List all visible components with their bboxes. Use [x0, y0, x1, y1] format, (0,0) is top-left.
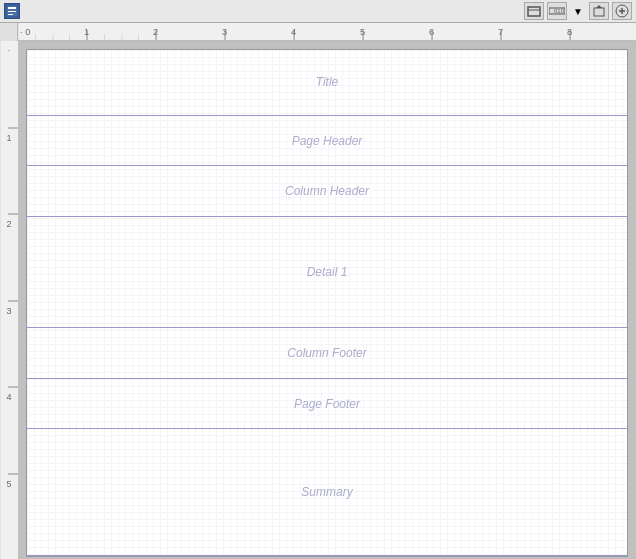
title-bar: 010 ▼	[0, 0, 636, 23]
svg-text:7: 7	[498, 28, 503, 38]
section-label-column-footer: Column Footer	[27, 346, 627, 360]
svg-text:5: 5	[360, 28, 365, 38]
toolbar-icons: 010 ▼	[524, 2, 632, 20]
canvas-area: TitlePage HeaderColumn HeaderDetail 1Col…	[18, 41, 636, 559]
ruler-icon[interactable]: 010	[547, 2, 567, 20]
ruler-horizontal: · 0 1 2 3 4 5 6 7 8	[18, 23, 636, 40]
main-area: · 1 2 3 4 5 6 TitlePage HeaderColumn Hea…	[0, 41, 636, 559]
svg-text:4: 4	[291, 28, 296, 38]
svg-rect-2	[8, 11, 16, 12]
export-icon[interactable]	[589, 2, 609, 20]
horizontal-ruler: · 0 1 2 3 4 5 6 7 8	[0, 23, 636, 41]
svg-rect-8	[594, 8, 604, 16]
section-label-detail-1: Detail 1	[27, 265, 627, 279]
grid-background: TitlePage HeaderColumn HeaderDetail 1Col…	[27, 50, 627, 556]
ruler-corner	[0, 23, 18, 41]
svg-rect-4	[528, 7, 540, 16]
section-label-page-header: Page Header	[27, 134, 627, 148]
section-detail-1[interactable]: Detail 1	[27, 217, 627, 328]
svg-rect-13	[18, 23, 636, 40]
add-icon[interactable]	[612, 2, 632, 20]
section-summary[interactable]: Summary	[27, 430, 627, 557]
vertical-ruler: · 1 2 3 4 5 6	[0, 41, 18, 559]
svg-marker-9	[596, 5, 602, 8]
svg-rect-1	[8, 7, 16, 9]
svg-text:010: 010	[554, 8, 565, 14]
svg-text:6: 6	[429, 28, 434, 38]
window-icon[interactable]	[524, 2, 544, 20]
svg-text:8: 8	[567, 28, 572, 38]
section-column-header[interactable]: Column Header	[27, 166, 627, 217]
section-label-summary: Summary	[27, 485, 627, 499]
svg-text:4: 4	[6, 392, 11, 402]
svg-text:3: 3	[222, 28, 227, 38]
section-label-page-footer: Page Footer	[27, 397, 627, 411]
app-icon	[4, 3, 20, 19]
section-page-header[interactable]: Page Header	[27, 116, 627, 167]
svg-text:· 0: · 0	[20, 28, 30, 38]
svg-text:1: 1	[84, 28, 89, 38]
section-title[interactable]: Title	[27, 50, 627, 116]
svg-text:3: 3	[6, 306, 11, 316]
svg-text:5: 5	[6, 479, 11, 489]
svg-text:·: ·	[8, 45, 11, 55]
section-column-footer[interactable]: Column Footer	[27, 328, 627, 379]
svg-text:2: 2	[6, 219, 11, 229]
report-canvas: TitlePage HeaderColumn HeaderDetail 1Col…	[26, 49, 628, 557]
svg-rect-3	[8, 14, 13, 15]
section-label-title: Title	[27, 75, 627, 89]
svg-text:1: 1	[6, 133, 11, 143]
svg-text:2: 2	[153, 28, 158, 38]
section-label-column-header: Column Header	[27, 184, 627, 198]
dropdown-arrow-icon[interactable]: ▼	[570, 2, 586, 20]
section-page-footer[interactable]: Page Footer	[27, 379, 627, 430]
